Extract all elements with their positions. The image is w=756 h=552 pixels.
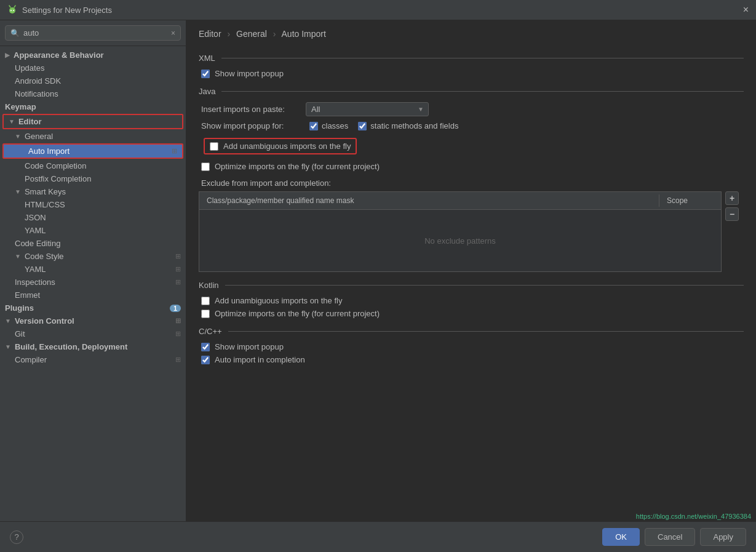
sidebar-item-yaml-style[interactable]: YAML ⊞ [0,263,186,276]
bottom-bar: ? OK Cancel Apply [0,521,756,552]
plugins-badge: 1 [170,305,181,312]
sidebar-item-code-completion[interactable]: Code Completion [0,159,186,172]
sidebar-item-postfix-completion[interactable]: Postfix Completion [0,172,186,185]
sidebar-item-label: Editor [18,117,42,126]
sidebar-item-label: Git [15,329,25,338]
copy-icon: ⊞ [172,147,177,155]
sidebar-item-label: Emmet [15,290,40,300]
classes-label[interactable]: classes [322,121,348,130]
cpp-label-text: C/C++ [199,327,222,336]
exclude-empty-text: No exclude patterns [424,236,496,246]
sidebar-item-plugins[interactable]: Plugins 1 [0,302,186,314]
static-methods-label[interactable]: static methods and fields [370,121,458,130]
kotlin-add-unambiguous-checkbox[interactable] [201,297,210,305]
sidebar-item-label: Updates [15,63,44,73]
kotlin-add-unambiguous-label[interactable]: Add unambiguous imports on the fly [215,296,342,305]
exclude-table: Class/package/member qualified name mask… [199,191,722,272]
sidebar-item-version-control[interactable]: ▼ Version Control ⊞ [0,314,186,327]
search-clear-button[interactable]: × [171,29,175,38]
main-layout: 🔍 × ▶ Appearance & Behavior Updates Andr… [0,20,756,521]
sidebar-item-git[interactable]: Git ⊞ [0,327,186,340]
classes-checkbox[interactable] [309,122,318,130]
sidebar-item-label: YAML [25,265,46,274]
sidebar-tree: ▶ Appearance & Behavior Updates Android … [0,46,186,521]
java-label-text: Java [199,87,215,96]
kotlin-optimize-imports-label[interactable]: Optimize imports on the fly (for current… [215,309,380,318]
remove-exclude-button[interactable]: − [725,207,739,221]
static-methods-check-group: static methods and fields [358,121,458,130]
insert-imports-row: Insert imports on paste: All Ask None ▼ [199,102,744,116]
svg-point-0 [9,7,15,14]
help-button[interactable]: ? [10,530,23,544]
svg-rect-4 [13,10,14,11]
sidebar-item-label: Code Completion [25,161,86,170]
xml-show-import-popup-row: Show import popup [199,69,744,78]
bottom-buttons: OK Cancel Apply [602,528,746,546]
kotlin-section-line [225,285,744,286]
title-bar-left: Settings for New Projects [7,5,112,15]
sidebar-item-label: Auto Import [28,146,70,156]
ok-button[interactable]: OK [602,528,640,546]
breadcrumb-part-1: Editor [199,29,221,39]
xml-section-label: XML [199,54,744,63]
add-unambiguous-label[interactable]: Add unambiguous imports on the fly [223,142,351,151]
sidebar-item-label: Android SDK [15,76,61,86]
add-unambiguous-checkbox[interactable] [210,142,218,151]
java-section-label: Java [199,87,744,96]
sidebar-item-label: YAML [25,226,46,235]
copy-icon: ⊞ [175,265,181,273]
sidebar-item-code-editing[interactable]: Code Editing [0,237,186,250]
sidebar-item-notifications[interactable]: Notifications [0,87,186,100]
breadcrumb-sep-2: › [273,29,276,39]
sidebar: 🔍 × ▶ Appearance & Behavior Updates Andr… [0,20,186,521]
svg-rect-3 [10,10,12,11]
sidebar-item-smart-keys[interactable]: ▼ Smart Keys [0,185,186,198]
kotlin-add-unambiguous-row: Add unambiguous imports on the fly [199,296,744,305]
exclude-table-header: Class/package/member qualified name mask… [199,192,721,210]
optimize-imports-checkbox[interactable] [201,162,210,171]
sidebar-item-appearance[interactable]: ▶ Appearance & Behavior [0,49,186,62]
sidebar-item-json[interactable]: JSON [0,211,186,224]
sidebar-item-label: Appearance & Behavior [14,50,104,60]
sidebar-item-yaml-smart[interactable]: YAML [0,224,186,237]
sidebar-item-updates[interactable]: Updates [0,62,186,74]
xml-section-line [221,58,744,58]
optimize-imports-row: Optimize imports on the fly (for current… [199,162,744,171]
sidebar-item-code-style[interactable]: ▼ Code Style ⊞ [0,250,186,263]
search-wrapper: 🔍 × [5,25,181,41]
apply-button[interactable]: Apply [700,528,746,546]
sidebar-item-editor[interactable]: ▼ Editor [4,115,182,128]
cpp-auto-import-row: Auto import in completion [199,355,744,364]
xml-show-import-popup-checkbox[interactable] [201,70,210,78]
insert-imports-select[interactable]: All Ask None [306,102,429,116]
cancel-button[interactable]: Cancel [645,528,695,546]
close-button[interactable]: × [743,5,749,15]
xml-show-import-popup-label[interactable]: Show import popup [215,69,284,78]
cpp-show-import-popup-checkbox[interactable] [201,343,210,351]
sidebar-item-inspections[interactable]: Inspections ⊞ [0,276,186,289]
sidebar-item-emmet[interactable]: Emmet [0,289,186,302]
static-methods-checkbox[interactable] [358,122,367,130]
sidebar-item-android-sdk[interactable]: Android SDK [0,74,186,87]
url-text: https://blog.csdn.net/weixin_47936384 [636,513,751,520]
cpp-auto-import-label[interactable]: Auto import in completion [215,355,305,364]
add-unambiguous-row: Add unambiguous imports on the fly [204,138,357,154]
sidebar-item-build-execution[interactable]: ▼ Build, Execution, Deployment [0,340,186,353]
cpp-auto-import-checkbox[interactable] [201,356,210,364]
add-exclude-button[interactable]: + [725,191,739,205]
sidebar-item-compiler[interactable]: Compiler ⊞ [0,353,186,366]
kotlin-section-label: Kotlin [199,281,744,290]
search-input[interactable] [23,28,167,38]
url-bar: https://blog.csdn.net/weixin_47936384 [186,511,756,521]
sidebar-item-general[interactable]: ▼ General [0,130,186,143]
sidebar-item-keymap[interactable]: Keymap [0,100,186,113]
optimize-imports-label[interactable]: Optimize imports on the fly (for current… [215,162,380,171]
cpp-show-import-popup-label[interactable]: Show import popup [215,342,284,351]
title-bar: Settings for New Projects × [0,0,756,20]
kotlin-optimize-imports-checkbox[interactable] [201,310,210,318]
exclude-table-body: No exclude patterns [199,210,721,271]
sidebar-item-html-css[interactable]: HTML/CSS [0,198,186,211]
sidebar-item-label: HTML/CSS [25,200,65,209]
sidebar-item-auto-import[interactable]: Auto Import ⊞ [4,145,182,158]
sidebar-item-label: JSON [25,213,46,222]
